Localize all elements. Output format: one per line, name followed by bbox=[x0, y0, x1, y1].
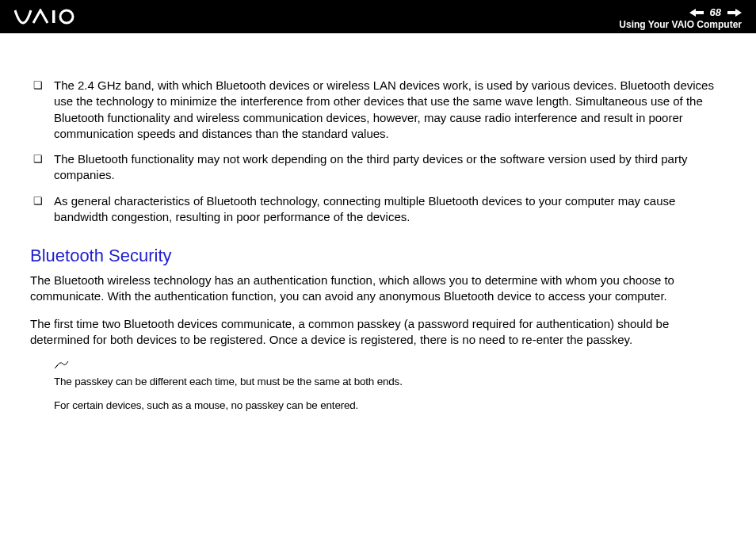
svg-marker-2 bbox=[689, 9, 704, 17]
section-heading: Bluetooth Security bbox=[30, 246, 726, 266]
note-block: The passkey can be different each time, … bbox=[54, 359, 726, 412]
page-nav: 68 Using Your VAIO Computer bbox=[619, 3, 742, 30]
paragraph: The first time two Bluetooth devices com… bbox=[30, 316, 726, 349]
page-content: The 2.4 GHz band, with which Bluetooth d… bbox=[0, 33, 756, 412]
paragraph: The Bluetooth wireless technology has an… bbox=[30, 273, 726, 305]
svg-marker-3 bbox=[727, 9, 742, 17]
bullet-list: The 2.4 GHz band, with which Bluetooth d… bbox=[54, 78, 726, 225]
note-text: For certain devices, such as a mouse, no… bbox=[54, 399, 726, 413]
svg-rect-0 bbox=[52, 10, 55, 23]
header-bar: 68 Using Your VAIO Computer bbox=[0, 0, 756, 33]
list-item: The Bluetooth functionality may not work… bbox=[54, 151, 726, 184]
list-item: As general characteristics of Bluetooth … bbox=[54, 193, 726, 226]
vaio-logo bbox=[14, 9, 94, 25]
section-title: Using Your VAIO Computer bbox=[619, 19, 742, 30]
svg-point-1 bbox=[60, 10, 73, 23]
prev-page-arrow-icon[interactable] bbox=[689, 9, 704, 17]
page-number: 68 bbox=[710, 6, 721, 18]
note-text: The passkey can be different each time, … bbox=[54, 375, 726, 389]
note-icon bbox=[54, 359, 726, 373]
next-page-arrow-icon[interactable] bbox=[727, 9, 742, 17]
list-item: The 2.4 GHz band, with which Bluetooth d… bbox=[54, 78, 726, 142]
